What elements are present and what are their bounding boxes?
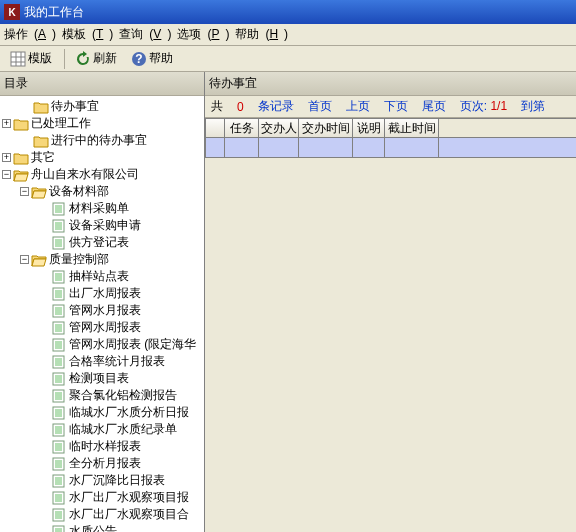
menu-bar: 操作(A) 模板(T) 查询(V) 选项(P) 帮助(H) [0,24,576,46]
document-icon [51,236,67,250]
tree-item[interactable]: −设备材料部 [2,183,204,200]
tree-item[interactable]: −质量控制部 [2,251,204,268]
tree-item-label: 待办事宜 [51,98,99,115]
grid-empty-row[interactable] [205,138,576,158]
document-icon [51,202,67,216]
tree-item-label: 全分析月报表 [69,455,141,472]
tree-item[interactable]: 聚合氯化铝检测报告 [2,387,204,404]
tree-item[interactable]: 全分析月报表 [2,455,204,472]
toolbar: 模版 刷新 帮助 [0,46,576,72]
tree-item[interactable]: 检测项目表 [2,370,204,387]
tool-help[interactable]: 帮助 [125,48,179,69]
grid-icon [10,51,26,67]
tree-item-label: 设备采购申请 [69,217,141,234]
document-icon [51,372,67,386]
grid-col-deadline[interactable]: 截止时间 [385,119,439,137]
menu-action[interactable]: 操作(A) [4,26,56,43]
tree-item-label: 临城水厂水质纪录单 [69,421,177,438]
pager-first[interactable]: 首页 [308,98,332,115]
tool-refresh[interactable]: 刷新 [69,48,123,69]
tree-item[interactable]: +已处理工作 [2,115,204,132]
tree-item-label: 抽样站点表 [69,268,129,285]
document-icon [51,508,67,522]
tree-item[interactable]: 水质公告 [2,523,204,532]
tree-item-label: 其它 [31,149,55,166]
tree-item-label: 检测项目表 [69,370,129,387]
tree-item[interactable]: 进行中的待办事宜 [2,132,204,149]
folder-icon [13,117,29,131]
document-icon [51,525,67,533]
tree-item[interactable]: 管网水月报表 [2,302,204,319]
menu-query[interactable]: 查询(V) [119,26,171,43]
folder-icon [33,100,49,114]
tree-item[interactable]: −舟山自来水有限公司 [2,166,204,183]
document-icon [51,321,67,335]
grid-col-desc[interactable]: 说明 [353,119,385,137]
tree-item-label: 进行中的待办事宜 [51,132,147,149]
tree-item[interactable]: 水厂出厂水观察项目报 [2,489,204,506]
help-icon [131,51,147,67]
collapse-icon[interactable]: − [20,187,29,196]
document-icon [51,355,67,369]
collapse-icon[interactable]: − [20,255,29,264]
document-icon [51,219,67,233]
grid-col-assigntime[interactable]: 交办时间 [299,119,353,137]
folder-open-icon [31,253,47,267]
tree-item-label: 管网水周报表 [69,319,141,336]
tree-item-label: 出厂水周报表 [69,285,141,302]
tool-templates[interactable]: 模版 [4,48,58,69]
tree-item[interactable]: 水厂沉降比日报表 [2,472,204,489]
folder-icon [33,134,49,148]
tree-item[interactable]: 设备采购申请 [2,217,204,234]
document-icon [51,389,67,403]
tree-item-label: 水厂出厂水观察项目报 [69,489,189,506]
tree-item[interactable]: 管网水周报表 [2,319,204,336]
pager-total-label: 共 [211,98,223,115]
grid-col-selector[interactable] [206,119,225,137]
right-panel: 待办事宜 共 0 条记录 首页 上页 下页 尾页 页次: 1/1 到第 任务 交… [205,72,576,532]
tree-item-label: 合格率统计月报表 [69,353,165,370]
tree-item-label: 聚合氯化铝检测报告 [69,387,177,404]
pager-goto: 到第 [521,98,545,115]
menu-options[interactable]: 选项(P) [177,26,229,43]
document-icon [51,338,67,352]
document-icon [51,304,67,318]
tree-item[interactable]: +其它 [2,149,204,166]
document-icon [51,474,67,488]
grid-col-task[interactable]: 任务 [225,119,259,137]
tree-item[interactable]: 管网水周报表 (限定海华 [2,336,204,353]
left-panel-title: 目录 [0,72,204,96]
tree-item[interactable]: 材料采购单 [2,200,204,217]
document-icon [51,423,67,437]
tree-item[interactable]: 出厂水周报表 [2,285,204,302]
tree-item[interactable]: 待办事宜 [2,98,204,115]
folder-open-icon [31,185,47,199]
document-icon [51,270,67,284]
tree-item[interactable]: 临时水样报表 [2,438,204,455]
tree-item[interactable]: 供方登记表 [2,234,204,251]
tree-view[interactable]: 待办事宜+已处理工作进行中的待办事宜+其它−舟山自来水有限公司−设备材料部材料采… [0,96,204,532]
grid-header: 任务 交办人 交办时间 说明 截止时间 [205,118,576,138]
pager-count: 0 [237,100,244,114]
menu-templates[interactable]: 模板(T) [62,26,113,43]
menu-help[interactable]: 帮助(H) [235,26,288,43]
expand-icon[interactable]: + [2,153,11,162]
pager-next[interactable]: 下页 [384,98,408,115]
grid-col-assigner[interactable]: 交办人 [259,119,299,137]
window-title: 我的工作台 [24,4,84,21]
tree-item[interactable]: 水厂出厂水观察项目合 [2,506,204,523]
pager-prev[interactable]: 上页 [346,98,370,115]
tree-item[interactable]: 临城水厂水质分析日报 [2,404,204,421]
title-bar: K 我的工作台 [0,0,576,24]
collapse-icon[interactable]: − [2,170,11,179]
tree-item[interactable]: 抽样站点表 [2,268,204,285]
pager-last[interactable]: 尾页 [422,98,446,115]
tree-item[interactable]: 临城水厂水质纪录单 [2,421,204,438]
tree-item-label: 水厂出厂水观察项目合 [69,506,189,523]
document-icon [51,440,67,454]
expand-icon[interactable]: + [2,119,11,128]
grid: 任务 交办人 交办时间 说明 截止时间 [205,118,576,158]
tree-item-label: 质量控制部 [49,251,109,268]
tree-item[interactable]: 合格率统计月报表 [2,353,204,370]
tree-item-label: 临时水样报表 [69,438,141,455]
